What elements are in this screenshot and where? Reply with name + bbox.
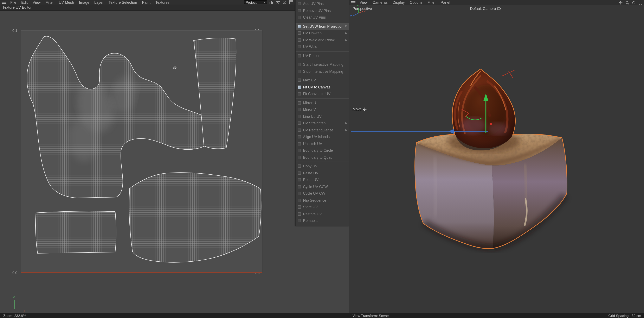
uv-editor-menubar: FileEditViewFilterUV MeshImageLayerTextu… bbox=[0, 0, 295, 5]
command-uv-weld-and-relax: UV Weld and Relax⚙ bbox=[296, 37, 349, 43]
viewport-menu-cameras[interactable]: Cameras bbox=[370, 0, 390, 5]
uv-menu-uv-mesh[interactable]: UV Mesh bbox=[56, 0, 76, 5]
command-label: Set UVW from Projection bbox=[303, 24, 345, 29]
viewport-menubar: ViewCamerasDisplayOptionsFilterPanel bbox=[349, 0, 644, 5]
viewport-statusbar: View Transform: Scene Grid Spacing : 50 … bbox=[349, 313, 644, 318]
hamburger-menu-icon[interactable] bbox=[351, 1, 356, 4]
command-label: Boundary to Quad bbox=[303, 155, 348, 160]
gear-icon[interactable]: ⚙ bbox=[345, 129, 348, 132]
gear-icon[interactable]: ⚙ bbox=[345, 39, 348, 42]
maximize-view-icon[interactable] bbox=[638, 1, 643, 4]
uv-menu-filter[interactable]: Filter bbox=[43, 0, 56, 5]
command-restore-uv: Restore UV bbox=[296, 211, 349, 217]
command-label: Copy UV bbox=[303, 164, 348, 168]
uv-unit-square[interactable] bbox=[21, 30, 262, 273]
rotate-view-icon[interactable] bbox=[632, 1, 636, 4]
command-icon bbox=[298, 212, 301, 216]
separator bbox=[296, 22, 349, 22]
command-icon bbox=[298, 206, 301, 209]
command-uv-straighten: UV Straighten⚙ bbox=[296, 120, 349, 127]
perspective-viewport[interactable]: Perspective Default Camera Move Y X Z bbox=[349, 5, 644, 313]
command-label: Cycle UV CCW bbox=[303, 185, 348, 189]
command-remove-uv-pins: Remove UV Pins bbox=[296, 7, 349, 14]
uv-axis-indicator: V U bbox=[11, 294, 27, 313]
command-set-uvw-from-projection[interactable]: Set UVW from Projection⚙ bbox=[296, 23, 349, 30]
chevron-down-icon: ▾ bbox=[264, 1, 266, 4]
command-icon bbox=[298, 32, 301, 35]
default-camera-label[interactable]: Default Camera bbox=[452, 7, 518, 11]
project-dropdown-value: Project bbox=[246, 0, 256, 4]
uv-menu-image[interactable]: Image bbox=[76, 0, 92, 5]
uv-menu-view[interactable]: View bbox=[30, 0, 43, 5]
command-align-uv-islands: Align UV Islands bbox=[296, 134, 349, 140]
uv-island-large-quad[interactable] bbox=[129, 173, 261, 262]
x-axis-line bbox=[502, 70, 514, 76]
uv-command-palette: Add UV PinsRemove UV PinsClear UV PinsSe… bbox=[295, 0, 349, 225]
command-uv-unwrap: UV Unwrap⚙ bbox=[296, 30, 349, 37]
histogram-icon[interactable] bbox=[269, 1, 274, 4]
command-fit-canvas-to-uv: Fit Canvas to UV bbox=[296, 91, 349, 97]
uv-menu-texture-selection[interactable]: Texture Selection bbox=[106, 0, 140, 5]
camera-name: Default Camera bbox=[470, 7, 496, 11]
command-label: Mirror V bbox=[303, 108, 348, 112]
command-uv-weld: UV Weld bbox=[296, 43, 349, 50]
viewport-menu-panel[interactable]: Panel bbox=[438, 0, 453, 5]
gear-icon[interactable]: ⚙ bbox=[345, 32, 348, 35]
dock-panel-icon[interactable] bbox=[289, 1, 294, 4]
command-icon bbox=[298, 86, 301, 89]
gear-icon[interactable]: ⚙ bbox=[345, 25, 348, 28]
command-label: Start Interactive Mapping bbox=[303, 63, 348, 67]
separator bbox=[296, 76, 349, 76]
uv-menu-layer[interactable]: Layer bbox=[92, 0, 106, 5]
viewport-menu-filter[interactable]: Filter bbox=[425, 0, 438, 5]
command-icon bbox=[298, 54, 301, 58]
command-flip-sequence: Flip Sequence bbox=[296, 197, 349, 204]
uv-island-speck[interactable] bbox=[173, 66, 176, 69]
uv-editor-menus: FileEditViewFilterUV MeshImageLayerTextu… bbox=[8, 0, 172, 5]
axis-z-label: Z bbox=[350, 15, 352, 18]
uv-islands-canvas[interactable] bbox=[21, 31, 263, 273]
command-fit-uv-to-canvas[interactable]: Fit UV to Canvas bbox=[296, 84, 349, 91]
command-uv-peeler: UV Peeler bbox=[296, 52, 349, 59]
zoom-view-icon[interactable] bbox=[625, 1, 630, 4]
cube-icon[interactable] bbox=[282, 1, 287, 4]
viewport-menu-view[interactable]: View bbox=[357, 0, 370, 5]
viewport-menu-options[interactable]: Options bbox=[407, 0, 425, 5]
dessert-model[interactable] bbox=[415, 69, 567, 249]
uv-menu-textures[interactable]: Textures bbox=[153, 0, 172, 5]
project-dropdown[interactable]: Project ▾ bbox=[244, 1, 267, 4]
separator bbox=[296, 98, 349, 99]
command-label: Align UV Islands bbox=[303, 135, 348, 139]
uv-menu-file[interactable]: File bbox=[8, 0, 19, 5]
command-cycle-uv-ccw: Cycle UV CCW bbox=[296, 183, 349, 190]
uv-canvas-area[interactable]: 0,1 1,1 0,0 1,0 bbox=[0, 11, 295, 313]
command-boundary-to-circle: Boundary to Circle bbox=[296, 147, 349, 154]
camera-swap-icon bbox=[497, 7, 501, 10]
uv-island-small-rect[interactable] bbox=[36, 211, 116, 253]
gear-icon[interactable]: ⚙ bbox=[345, 122, 348, 125]
grid-spacing-status: Grid Spacing : 50 cm bbox=[608, 314, 641, 318]
command-unstitch-uv: Unstitch UV bbox=[296, 140, 349, 147]
command-max-uv: Max UV bbox=[296, 77, 349, 84]
camera-icon[interactable] bbox=[276, 1, 280, 4]
z-axis-arrow[interactable] bbox=[448, 129, 454, 134]
gizmo-origin-dot[interactable] bbox=[490, 123, 492, 125]
command-label: Fit Canvas to UV bbox=[303, 92, 348, 96]
separator bbox=[296, 162, 349, 162]
command-icon bbox=[298, 45, 301, 49]
command-label: Paste UV bbox=[303, 171, 348, 175]
uv-menu-paint[interactable]: Paint bbox=[140, 0, 153, 5]
uv-editor-menubar-tools: Project ▾ bbox=[244, 1, 295, 4]
pan-view-icon[interactable] bbox=[618, 1, 623, 4]
command-icon bbox=[298, 178, 301, 182]
command-label: Max UV bbox=[303, 78, 348, 83]
command-icon bbox=[298, 185, 301, 188]
hamburger-menu-icon[interactable] bbox=[2, 1, 6, 4]
uv-menu-edit[interactable]: Edit bbox=[19, 0, 30, 5]
viewport-menu-display[interactable]: Display bbox=[390, 0, 407, 5]
zoom-level: Zoom: 232.9% bbox=[3, 314, 26, 318]
command-store-uv: Store UV bbox=[296, 204, 349, 211]
command-icon bbox=[298, 165, 301, 168]
app-window: FileEditViewFilterUV MeshImageLayerTextu… bbox=[0, 0, 644, 318]
command-remap: Remap... bbox=[296, 217, 349, 224]
